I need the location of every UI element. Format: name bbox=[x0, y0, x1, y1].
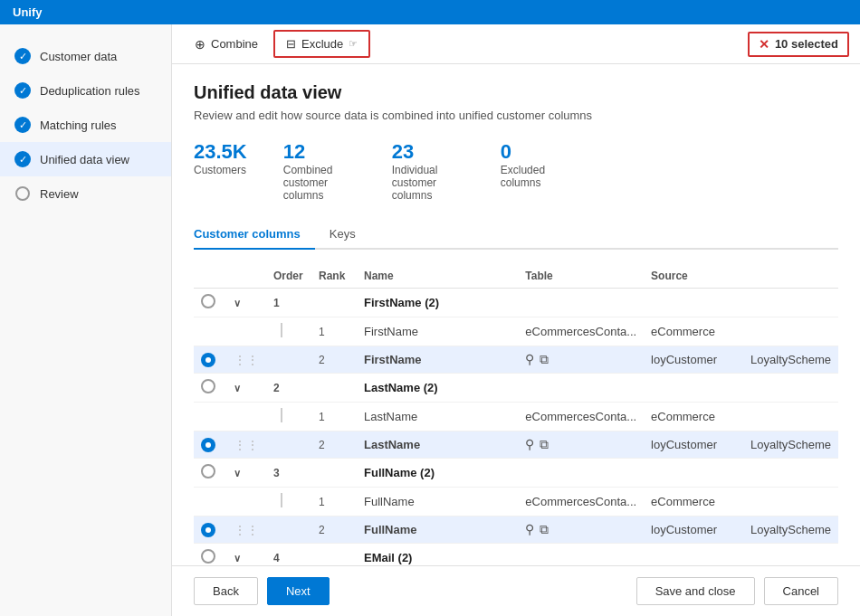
sidebar-label-review: Review bbox=[40, 187, 79, 201]
pin-icon-fln2[interactable]: ⚲ bbox=[525, 522, 534, 537]
stat-combined-label: Combined customer columns bbox=[283, 164, 356, 202]
fullname-1-name: FullName bbox=[364, 495, 415, 508]
col-header-rank: Rank bbox=[311, 264, 357, 289]
fullname-2-actions: ⚲ ⧉ bbox=[525, 522, 636, 537]
radio-email[interactable] bbox=[201, 549, 215, 564]
content-area: ⊕ Combine ⊟ Exclude ☞ ✕ 10 selected Unif… bbox=[172, 24, 860, 616]
col-header-order: Order bbox=[266, 264, 311, 289]
sidebar-item-matching-rules[interactable]: ✓ Matching rules bbox=[0, 108, 171, 142]
tab-customer-columns[interactable]: Customer columns bbox=[194, 220, 315, 250]
pin-icon-fn2[interactable]: ⚲ bbox=[525, 352, 534, 367]
table-row-group-lastname: ∨ 2 LastName (2) bbox=[194, 374, 838, 403]
drag-handle-firstname-2[interactable]: ⋮⋮ bbox=[234, 353, 259, 367]
sidebar-icon-unified: ✓ bbox=[14, 151, 31, 167]
toolbar: ⊕ Combine ⊟ Exclude ☞ ✕ 10 selected bbox=[172, 24, 860, 64]
stat-individual-value: 23 bbox=[392, 140, 464, 164]
table-row-group-fullname: ∨ 3 FullName (2) bbox=[194, 459, 838, 488]
col-header-source: Source bbox=[644, 264, 743, 289]
sidebar-item-customer-data[interactable]: ✓ Customer data bbox=[0, 39, 171, 73]
drag-handle-lastname-2[interactable]: ⋮⋮ bbox=[234, 438, 259, 452]
radio-checked-fullname-2[interactable] bbox=[201, 523, 215, 537]
footer: Back Next Save and close Cancel bbox=[172, 565, 860, 616]
fullname-2-table: loyCustomer bbox=[651, 523, 717, 536]
copy-icon-ln2[interactable]: ⧉ bbox=[540, 437, 549, 452]
sidebar-item-review[interactable]: Review bbox=[0, 176, 171, 211]
sidebar-icon-customer-data: ✓ bbox=[14, 48, 31, 64]
copy-icon-fn2[interactable]: ⧉ bbox=[540, 352, 549, 367]
stats-row: 23.5K Customers 12 Combined customer col… bbox=[194, 140, 838, 202]
fullname-1-source: eCommerce bbox=[651, 495, 715, 508]
sidebar-label-customer-data: Customer data bbox=[40, 50, 117, 63]
back-button[interactable]: Back bbox=[194, 577, 258, 605]
firstname-2-table: loyCustomer bbox=[651, 353, 717, 366]
chevron-firstname[interactable]: ∨ bbox=[234, 298, 241, 308]
radio-lastname[interactable] bbox=[201, 379, 215, 393]
radio-checked-lastname-2[interactable] bbox=[201, 438, 215, 452]
fullname-2-name: FullName bbox=[364, 523, 417, 536]
fullname-2-source: LoyaltyScheme bbox=[750, 523, 831, 536]
table-row-group-email: ∨ 4 EMail (2) bbox=[194, 544, 838, 566]
radio-firstname[interactable] bbox=[201, 294, 215, 308]
cancel-button[interactable]: Cancel bbox=[764, 577, 838, 605]
data-table: Order Rank Name Table Source bbox=[194, 264, 838, 565]
col-header-chevron bbox=[226, 264, 266, 289]
table-row-lastname-2: ⋮⋮ 2 LastName ⚲ ⧉ loyCustomer LoyaltySch… bbox=[194, 431, 838, 459]
stat-customers: 23.5K Customers bbox=[194, 140, 247, 202]
table-row-firstname-2: ⋮⋮ 2 FirstName ⚲ ⧉ loyCustomer LoyaltySc… bbox=[194, 346, 838, 374]
col-header-name: Name bbox=[357, 264, 518, 289]
combine-button[interactable]: ⊕ Combine bbox=[183, 31, 270, 58]
radio-fullname[interactable] bbox=[201, 464, 215, 479]
col-header-actions bbox=[743, 264, 838, 289]
lastname-2-name: LastName bbox=[364, 438, 420, 451]
exclude-button[interactable]: ⊟ Exclude ☞ bbox=[273, 30, 370, 58]
sidebar-icon-matching: ✓ bbox=[14, 117, 31, 133]
sidebar-item-deduplication-rules[interactable]: ✓ Deduplication rules bbox=[0, 73, 171, 108]
tab-keys[interactable]: Keys bbox=[330, 220, 370, 250]
selected-badge: ✕ 10 selected bbox=[748, 32, 849, 57]
group-firstname-label: FirstName (2) bbox=[364, 296, 439, 309]
copy-icon-fln2[interactable]: ⧉ bbox=[540, 522, 549, 537]
stat-combined-value: 12 bbox=[283, 140, 356, 164]
pin-icon-ln2[interactable]: ⚲ bbox=[525, 437, 534, 452]
app-title: Unify bbox=[13, 5, 43, 19]
group-email-label: EMail (2) bbox=[364, 551, 412, 564]
selected-count-text: 10 selected bbox=[775, 37, 838, 51]
table-row-group-firstname: ∨ 1 FirstName (2) bbox=[194, 289, 838, 317]
cursor-hint: ☞ bbox=[349, 38, 358, 50]
exclude-icon: ⊟ bbox=[286, 37, 296, 51]
save-close-button[interactable]: Save and close bbox=[636, 577, 755, 605]
stat-individual-label: Individual customer columns bbox=[392, 164, 464, 202]
sidebar-label-matching: Matching rules bbox=[40, 118, 117, 132]
drag-handle-fullname-2[interactable]: ⋮⋮ bbox=[234, 523, 259, 537]
radio-checked-firstname-2[interactable] bbox=[201, 353, 215, 367]
next-button[interactable]: Next bbox=[267, 577, 330, 605]
group-lastname-label: LastName (2) bbox=[364, 381, 438, 394]
lastname-1-source: eCommerce bbox=[651, 410, 715, 423]
stat-excluded-value: 0 bbox=[501, 140, 573, 164]
fullname-1-table: eCommercesConta... bbox=[525, 495, 636, 508]
col-header-table: Table bbox=[518, 264, 644, 289]
page-description: Review and edit how source data is combi… bbox=[194, 109, 838, 122]
chevron-fullname[interactable]: ∨ bbox=[234, 468, 241, 479]
sidebar-item-unified-data-view[interactable]: ✓ Unified data view bbox=[0, 142, 171, 176]
stat-excluded-label: Excluded columns bbox=[501, 164, 573, 189]
combine-label: Combine bbox=[211, 37, 258, 51]
close-icon: ✕ bbox=[759, 37, 769, 52]
firstname-1-source: eCommerce bbox=[651, 325, 715, 338]
lastname-2-table: loyCustomer bbox=[651, 438, 717, 451]
exclude-label: Exclude bbox=[301, 37, 343, 51]
stat-individual: 23 Individual customer columns bbox=[392, 140, 464, 202]
footer-right: Save and close Cancel bbox=[636, 577, 838, 605]
firstname-2-name: FirstName bbox=[364, 353, 422, 366]
lastname-1-table: eCommercesConta... bbox=[525, 410, 636, 423]
col-header-check bbox=[194, 264, 226, 289]
chevron-email[interactable]: ∨ bbox=[234, 553, 241, 564]
app-title-bar: Unify bbox=[0, 0, 860, 24]
toolbar-left: ⊕ Combine ⊟ Exclude ☞ bbox=[183, 30, 370, 58]
lastname-2-source: LoyaltyScheme bbox=[750, 438, 831, 451]
footer-left: Back Next bbox=[194, 577, 330, 605]
sidebar-label-unified: Unified data view bbox=[40, 153, 129, 166]
page-title: Unified data view bbox=[194, 82, 838, 103]
group-fullname-label: FullName (2) bbox=[364, 466, 435, 479]
chevron-lastname[interactable]: ∨ bbox=[234, 383, 241, 393]
